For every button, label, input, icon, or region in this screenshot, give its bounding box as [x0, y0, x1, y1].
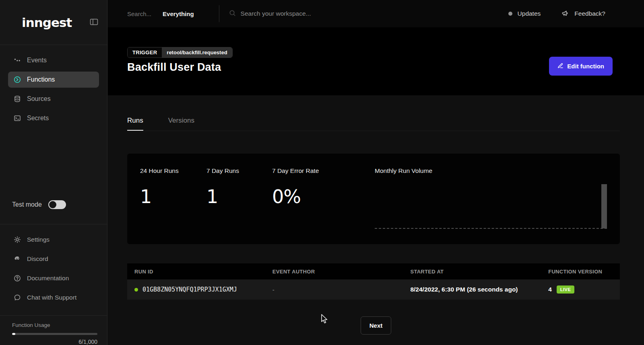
sidebar-item-secrets[interactable]: Secrets [8, 110, 99, 126]
search-icon [229, 10, 236, 18]
column-header-started-at: STARTED AT [403, 269, 541, 275]
chart-limit-dashed-line [375, 228, 607, 229]
test-mode-toggle[interactable] [48, 200, 66, 209]
stat-label: 24 Hour Runs [140, 167, 206, 175]
monthly-run-volume-chart [375, 184, 607, 229]
trigger-badge: TRIGGER retool/backfill.requested [127, 47, 233, 58]
tab-runs[interactable]: Runs [127, 117, 143, 131]
sidebar-item-label: Chat with Support [27, 294, 76, 301]
next-page-button[interactable]: Next [361, 316, 392, 335]
function-usage-value: 6/1,000 [12, 339, 97, 345]
feedback-link[interactable]: Feedback? [574, 10, 605, 17]
sidebar-item-sources[interactable]: Sources [8, 91, 99, 107]
main-content: Runs Versions 24 Hour Runs 1 7 Day Runs … [108, 95, 644, 345]
test-mode-row: Test mode [0, 196, 107, 214]
live-status-badge: LIVE [557, 285, 574, 294]
tabs: Runs Versions [127, 117, 620, 131]
toggle-knob [49, 201, 56, 208]
pencil-icon [557, 63, 564, 70]
table-header-row: RUN ID EVENT AUTHOR STARTED AT FUNCTION … [127, 263, 620, 279]
workspace-search-input[interactable] [241, 10, 369, 17]
stat-7d-error-rate: 7 Day Error Rate 0% [272, 167, 375, 244]
column-header-run-id: RUN ID [127, 269, 265, 275]
function-usage-progressbar [12, 333, 97, 335]
sidebar-item-documentation[interactable]: Documentation [8, 270, 99, 286]
updates-link[interactable]: Updates [518, 10, 541, 17]
terminal-icon [14, 115, 21, 122]
topbar: Search... Everything Updates Feedback? [108, 0, 644, 27]
discord-icon [14, 256, 21, 262]
tab-versions[interactable]: Versions [168, 117, 194, 131]
sidebar-item-label: Documentation [27, 275, 69, 282]
database-icon [14, 95, 21, 103]
chat-bubble-icon [14, 294, 21, 301]
help-circle-icon [14, 275, 21, 282]
sidebar-item-functions[interactable]: Functions [8, 72, 99, 88]
function-usage-block: Function Usage 6/1,000 [0, 316, 107, 345]
run-status-dot-icon [134, 288, 138, 292]
sidebar-item-label: Events [27, 57, 47, 64]
workspace-search[interactable] [229, 10, 508, 18]
sidebar-item-discord[interactable]: Discord [8, 251, 99, 267]
inngest-logo: inngest [22, 15, 90, 30]
megaphone-icon [561, 10, 569, 18]
function-version-cell: 4 LIVE [541, 285, 620, 294]
stats-card: 24 Hour Runs 1 7 Day Runs 1 7 Day Error … [127, 154, 620, 244]
event-author-cell: - [265, 286, 403, 293]
trigger-badge-label: TRIGGER [128, 47, 162, 58]
topbar-right: Updates Feedback? [508, 10, 605, 18]
divider [219, 5, 219, 22]
sidebar-logo-row: inngest [0, 0, 107, 45]
run-id-value: 01GB8ZN05YNQFQ1PRP3JX1GXMJ [142, 286, 237, 293]
search-hint[interactable]: Search... [127, 10, 151, 17]
sidebar-item-label: Discord [27, 255, 48, 263]
updates-dot-icon [508, 12, 512, 16]
stat-value: 1 [206, 186, 272, 207]
stat-value: 1 [140, 186, 206, 207]
sidebar-footer-nav: Settings Discord Documentation [0, 224, 107, 309]
stat-label: 7 Day Runs [206, 167, 272, 175]
sidebar-item-label: Functions [27, 76, 55, 83]
stat-label: 7 Day Error Rate [272, 167, 375, 175]
sidebar-item-settings[interactable]: Settings [8, 232, 99, 248]
sidebar-item-label: Sources [27, 95, 51, 103]
chart-bar [601, 184, 607, 228]
function-header: TRIGGER retool/backfill.requested Backfi… [108, 27, 644, 95]
stat-24h-runs: 24 Hour Runs 1 [140, 167, 206, 244]
version-number: 4 [548, 286, 552, 293]
column-header-event-author: EVENT AUTHOR [265, 269, 403, 275]
sidebar: inngest Events Functions [0, 0, 107, 345]
stat-value: 0% [272, 186, 375, 207]
sidebar-item-label: Secrets [27, 115, 49, 122]
runs-table: RUN ID EVENT AUTHOR STARTED AT FUNCTION … [127, 263, 620, 300]
sidebar-item-events[interactable]: Events [8, 52, 99, 68]
search-scope-selector[interactable]: Everything [163, 10, 194, 17]
started-at-cell: 8/24/2022, 6:30 PM (26 seconds ago) [403, 286, 541, 293]
function-usage-label: Function Usage [12, 322, 97, 328]
page-title: Backfill User Data [127, 61, 221, 74]
edit-function-label: Edit function [567, 63, 604, 70]
sidebar-item-chat-support[interactable]: Chat with Support [8, 290, 99, 306]
test-mode-label: Test mode [12, 201, 42, 208]
sidebar-nav: Events Functions Sources [0, 45, 107, 129]
column-header-function-version: FUNCTION VERSION [541, 269, 620, 275]
gear-icon [14, 236, 21, 243]
trigger-event-name: retool/backfill.requested [162, 47, 232, 58]
table-row[interactable]: 01GB8ZN05YNQFQ1PRP3JX1GXMJ - 8/24/2022, … [127, 279, 620, 300]
events-dots-icon [14, 57, 21, 64]
sidebar-item-label: Settings [27, 236, 50, 243]
sidebar-spacer [0, 129, 107, 196]
functions-circle-chevron-icon [14, 76, 21, 83]
stat-7d-runs: 7 Day Runs 1 [206, 167, 272, 244]
collapse-sidebar-button[interactable] [90, 18, 98, 27]
edit-function-button[interactable]: Edit function [549, 57, 613, 76]
run-id-cell: 01GB8ZN05YNQFQ1PRP3JX1GXMJ [127, 286, 265, 293]
function-usage-progress-fill [12, 333, 15, 335]
panel-collapse-icon [90, 18, 98, 27]
chart-title: Monthly Run Volume [375, 167, 607, 175]
